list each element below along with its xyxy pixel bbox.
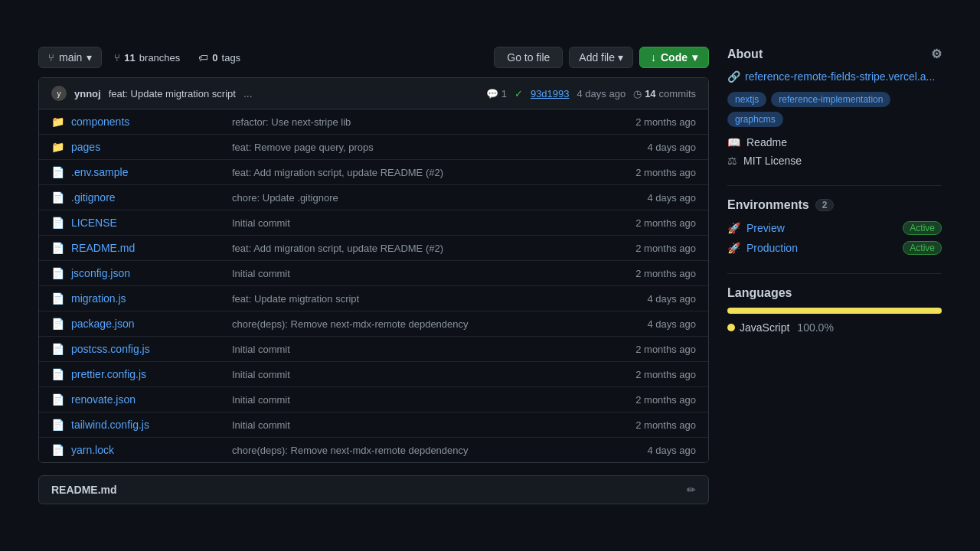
commits-link[interactable]: ◷ 14 commits [633,88,696,99]
file-time: 4 days ago [647,142,696,153]
repo-sidebar: About ⚙ 🔗 reference-remote-fields-stripe… [727,47,942,352]
divider-2 [727,273,942,274]
topic-nextjs[interactable]: nextjs [727,92,766,107]
file-icon: 📄 [51,292,64,305]
status-badge: Active [903,221,942,235]
file-icon: 📄 [51,166,64,178]
commits-label: commits [659,88,696,99]
license-link[interactable]: MIT License [743,155,802,167]
table-row: 📄postcss.config.jsInitial commit2 months… [39,337,708,362]
readme-section-header: README.md ✏ [38,475,709,504]
file-time: 4 days ago [647,192,696,204]
file-name-link[interactable]: LICENSE [71,217,224,229]
add-file-button[interactable]: Add file ▾ [569,47,633,68]
file-name-link[interactable]: README.md [71,242,224,254]
languages-section: Languages JavaScript100.0% [727,286,942,334]
folder-icon: 📁 [51,141,64,153]
file-name-link[interactable]: components [71,116,224,128]
file-icon: 📄 [51,267,64,279]
environment-name[interactable]: Preview [746,222,897,234]
file-name-link[interactable]: migration.js [71,292,224,305]
file-name-link[interactable]: .gitignore [71,191,224,204]
file-commit-message: Initial commit [232,369,628,380]
topic-graphcms[interactable]: graphcms [727,112,783,127]
branch-icon: ⑂ [48,52,54,64]
branch-selector[interactable]: ⑂ main ▾ [38,47,102,68]
file-icon: 📄 [51,191,64,204]
file-commit-message: feat: Update migtration script [232,293,639,305]
file-icon: 📄 [51,368,64,380]
tag-icon: 🏷 [198,52,208,64]
edit-icon[interactable]: ✏ [687,484,696,496]
code-button[interactable]: ↓ Code ▾ [639,47,709,68]
table-row: 📄prettier.config.jsInitial commit2 month… [39,362,708,387]
environment-item: 🚀ProductionActive [727,241,942,255]
file-time: 4 days ago [647,445,696,456]
tags-link[interactable]: 🏷 0 tags [192,48,247,67]
file-commit-message: refactor: Use next-stripe lib [232,116,628,128]
file-name-link[interactable]: prettier.config.js [71,368,224,380]
repo-main: ⑂ main ▾ ⑂ 11 branches 🏷 0 tags Go to fi… [38,47,709,504]
file-name-link[interactable]: package.json [71,318,224,330]
file-name-link[interactable]: yarn.lock [71,444,224,456]
license-link-item: ⚖ MIT License [727,155,942,167]
commit-meta: 💬 1 ✓ 93d1993 4 days ago ◷ 14 commits [486,88,696,99]
branches-count: 11 [124,52,135,64]
file-name-link[interactable]: jsconfig.json [71,267,224,279]
license-icon: ⚖ [727,155,737,167]
tags-count: 0 [212,52,217,64]
table-row: 📁pagesfeat: Remove page query, props4 da… [39,135,708,160]
table-row: 📄.gitignorechore: Update .gitignore4 day… [39,185,708,210]
file-name-link[interactable]: renovate.json [71,393,224,406]
link-icon: 🔗 [727,70,740,83]
file-name-link[interactable]: pages [71,141,224,153]
commit-dots: ... [243,87,253,99]
status-badge: Active [903,241,942,255]
check-icon: ✓ [514,88,523,99]
file-time: 2 months ago [635,344,696,355]
file-commit-message: Initial commit [232,344,628,355]
branches-label: branches [139,52,180,64]
file-time: 2 months ago [635,217,696,229]
about-website-link[interactable]: 🔗 reference-remote-fields-stripe.vercel.… [727,70,942,83]
toolbar: ⑂ main ▾ ⑂ 11 branches 🏷 0 tags Go to fi… [38,47,709,68]
file-commit-message: chore: Update .gitignore [232,192,639,204]
language-color-dot [727,324,735,331]
table-row: 📄package.jsonchore(deps): Remove next-md… [39,311,708,337]
file-name-link[interactable]: postcss.config.js [71,343,224,355]
environments-section: Environments 2 🚀PreviewActive🚀Production… [727,198,942,255]
tags-label: tags [222,52,241,64]
file-name-link[interactable]: tailwind.config.js [71,419,224,431]
history-icon: ◷ [633,88,642,99]
environment-name[interactable]: Production [746,242,897,254]
languages-list: JavaScript100.0% [727,321,942,334]
environments-count: 2 [815,199,835,211]
about-title: About ⚙ [727,47,942,61]
readme-title: README.md [51,484,117,496]
file-table: y ynnoj feat: Update migtration script .… [38,77,709,463]
branch-count-icon: ⑂ [114,52,120,64]
readme-icon: 📖 [727,136,740,148]
commit-author[interactable]: ynnoj [74,88,101,99]
file-icon: 📄 [51,444,64,456]
table-row: 📄migration.jsfeat: Update migtration scr… [39,286,708,311]
branch-name: main [59,51,82,64]
languages-title: Languages [727,286,942,300]
file-name-link[interactable]: .env.sample [71,166,224,178]
code-download-icon: ↓ [651,51,656,64]
code-label: Code [661,51,688,64]
gear-icon[interactable]: ⚙ [931,47,942,61]
branches-link[interactable]: ⑂ 11 branches [108,48,186,67]
file-rows-container: 📁componentsrefactor: Use next-stripe lib… [39,109,708,462]
commit-hash[interactable]: 93d1993 [531,88,570,99]
folder-icon: 📁 [51,116,64,128]
goto-file-button[interactable]: Go to file [494,47,563,68]
file-commit-message: Initial commit [232,419,628,431]
file-icon: 📄 [51,242,64,254]
commit-message: feat: Update migtration script [109,88,236,99]
table-row: 📄.env.samplefeat: Add migration script, … [39,160,708,185]
file-time: 2 months ago [635,369,696,380]
topic-reference-implementation[interactable]: reference-implementation [771,92,890,107]
readme-link[interactable]: Readme [746,136,787,148]
rocket-icon: 🚀 [727,222,740,234]
